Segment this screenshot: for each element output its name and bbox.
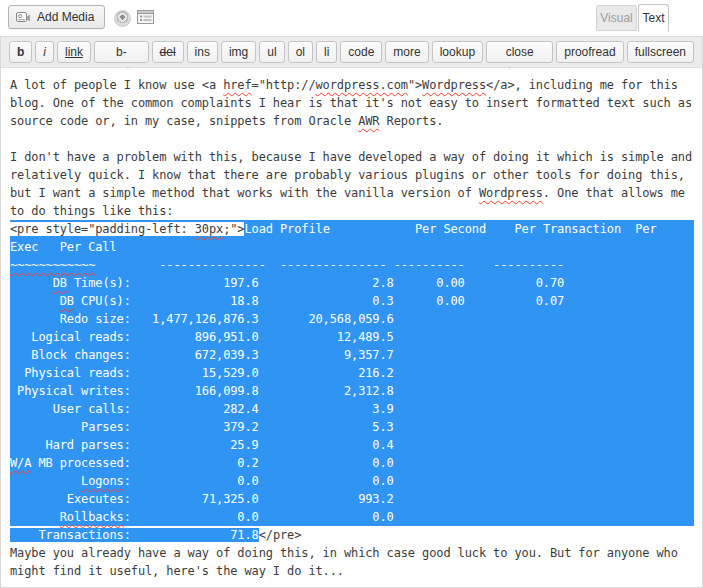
editor-panel: bilinkb-quotedelinsimgulollicodemorelook… — [0, 36, 703, 588]
quicktags-toolbar: bilinkb-quotedelinsimgulollicodemorelook… — [1, 37, 702, 68]
selected-text-segment: Executes: 71,325.0 993.2 — [10, 492, 394, 506]
editor-line: Physical writes: 166,099.8 2,312.8 — [10, 382, 694, 400]
editor-line: source code or, in my case, snippets fro… — [10, 112, 694, 130]
editor-text-segment: Wordpress — [422, 78, 486, 92]
editor-text-segment: to do things like this: — [10, 204, 173, 218]
editor-text-segment: but I want a simple method that works wi… — [10, 186, 479, 200]
editor-line: W/A MB processed: 0.2 0.0 — [10, 454, 694, 472]
editor-line: User calls: 282.4 3.9 — [10, 400, 694, 418]
selected-text-segment — [10, 294, 60, 308]
toolbar-button-link[interactable]: link — [57, 41, 91, 63]
poll-icon[interactable] — [114, 10, 131, 27]
editor-line: Maybe you already have a way of doing th… — [10, 544, 694, 562]
editor-line: Logical reads: 896,951.0 12,489.5 — [10, 328, 694, 346]
editor-text-segment: blog. One of the common complaints I hea… — [10, 96, 692, 110]
editor-line: DB CPU(s): 18.8 0.3 0.00 0.07 — [10, 292, 694, 310]
editor-text-segment: wordpress.com — [316, 78, 408, 92]
editor-text-segment: I don't have a problem with this, becaus… — [10, 150, 692, 164]
toolbar-button-b[interactable]: b — [9, 41, 32, 63]
selected-text-segment: Parses: 379.2 5.3 — [10, 420, 394, 434]
editor-line: Logons: 0.0 0.0 — [10, 472, 694, 490]
toolbar-button-ins[interactable]: ins — [187, 41, 218, 63]
editor-line: but I want a simple method that works wi… — [10, 184, 694, 202]
toolbar-button-fullscreen[interactable]: fullscreen — [627, 41, 694, 63]
add-media-button[interactable]: Add Media — [8, 5, 105, 29]
editor-line: Hard parses: 25.9 0.4 — [10, 436, 694, 454]
selected-text-segment: DB — [60, 294, 74, 308]
selected-text-segment: Load Profile Per Second Per Transaction … — [244, 222, 656, 236]
editor-text-segment: relatively quick. I know that there are … — [10, 168, 685, 182]
editor-text-segment: </a>, including me for this — [486, 78, 678, 92]
media-toolbar: Add Media Visual Text — [0, 0, 703, 36]
selected-text-segment — [10, 510, 60, 524]
editor-text-segment: ;"> — [223, 222, 244, 236]
editor-text-segment: 30px — [195, 222, 223, 236]
editor-line: Redo size: 1,477,126,876.3 20,568,059.6 — [10, 310, 694, 328]
tab-visual-label: Visual — [600, 11, 632, 25]
editor-text-segment: Wordpress — [479, 186, 543, 200]
selected-text-segment — [10, 276, 53, 290]
toolbar-button-ul[interactable]: ul — [259, 41, 284, 63]
selected-text-segment: MB processed: 0.2 0.0 — [31, 456, 393, 470]
selected-text-segment: CPU(s): 18.8 0.3 0.00 0.07 — [74, 294, 564, 308]
toolbar-button-ol[interactable]: ol — [288, 41, 313, 63]
selected-text-segment: Logical reads: 896,951.0 12,489.5 — [10, 330, 394, 344]
editor-line: Parses: 379.2 5.3 — [10, 418, 694, 436]
editor-line: relatively quick. I know that there are … — [10, 166, 694, 184]
toolbar-button-lookup[interactable]: lookup — [432, 41, 483, 63]
toolbar-button-del[interactable]: del — [152, 41, 184, 63]
toolbar-button-more[interactable]: more — [385, 41, 428, 63]
editor-line: blog. One of the common complaints I hea… — [10, 94, 694, 112]
selected-text-segment: ~~~~~~~~~~~~ — [10, 258, 95, 272]
toolbar-button-li[interactable]: li — [316, 41, 337, 63]
selected-text-segment — [10, 474, 81, 488]
editor-line: Transactions: 71.8</pre> — [10, 526, 694, 544]
selected-text-segment: W/A — [10, 456, 31, 470]
selected-text-segment: Hard parses: 25.9 0.4 — [10, 438, 394, 452]
editor-text-segment: A lot of people I know use <a — [10, 78, 223, 92]
selected-text-segment: Exec Per Call — [10, 240, 117, 254]
selected-text-segment: Logons — [81, 474, 124, 488]
editor-text-segment: </pre> — [259, 528, 302, 542]
selected-text-segment: Physical reads: 15,529.0 216.2 — [10, 366, 394, 380]
selected-text-segment: : 0.0 0.0 — [124, 474, 394, 488]
editor-line: to do things like this: — [10, 202, 694, 220]
selected-text-segment: Time(s): 197.6 2.8 0.00 0.70 — [67, 276, 564, 290]
media-icon — [16, 11, 31, 24]
editor-line: Executes: 71,325.0 993.2 — [10, 490, 694, 508]
editor-text-segment: "> — [408, 78, 422, 92]
selected-text-segment: Block changes: 672,039.3 9,357.7 — [10, 348, 394, 362]
toolbar-button-img[interactable]: img — [221, 41, 256, 63]
editor-text-segment: might find it useful, here's the way I d… — [10, 564, 344, 578]
selected-text-segment: : 0.0 0.0 — [124, 510, 394, 524]
selected-text-segment: Redo size: 1,477,126,876.3 20,568,059.6 — [10, 312, 394, 326]
editor-text-segment: ="http:// — [252, 78, 316, 92]
toolbar-button-close-tags[interactable]: close tags — [486, 41, 553, 63]
toolbar-button-b-quote[interactable]: b-quote — [94, 41, 149, 63]
editor-line: Physical reads: 15,529.0 216.2 — [10, 364, 694, 382]
editor-line: A lot of people I know use <a href="http… — [10, 76, 694, 94]
editor-text-segment: Reports. — [379, 114, 443, 128]
editor-line — [10, 130, 694, 148]
editor-text-segment: source code or, in my case, snippets fro… — [10, 114, 358, 128]
selected-text-segment: Physical writes: 166,099.8 2,312.8 — [10, 384, 394, 398]
form-icon[interactable] — [137, 10, 154, 24]
editor-line: might find it useful, here's the way I d… — [10, 562, 694, 580]
tab-visual[interactable]: Visual — [596, 5, 637, 31]
toolbar-button-code[interactable]: code — [340, 41, 382, 63]
toolbar-button-i[interactable]: i — [35, 41, 54, 63]
editor-text-segment: href — [223, 78, 251, 92]
editor-text-segment: <pre style="padding-left: — [10, 222, 195, 236]
selected-text-segment: Rollbacks — [60, 510, 124, 524]
tab-text[interactable]: Text — [638, 4, 669, 32]
editor-line: DB Time(s): 197.6 2.8 0.00 0.70 — [10, 274, 694, 292]
editor-text-segment: . One that allows me — [543, 186, 685, 200]
selected-text-segment: Transactions: 71.8 — [10, 528, 259, 542]
editor-line: I don't have a problem with this, becaus… — [10, 148, 694, 166]
editor-line: Exec Per Call — [10, 238, 694, 256]
selected-text-segment: User calls: 282.4 3.9 — [10, 402, 394, 416]
post-content-editor[interactable]: A lot of people I know use <a href="http… — [1, 68, 702, 587]
selected-text-segment: DB — [53, 276, 67, 290]
toolbar-button-proofread[interactable]: proofread — [556, 41, 623, 63]
tab-text-label: Text — [642, 11, 664, 25]
